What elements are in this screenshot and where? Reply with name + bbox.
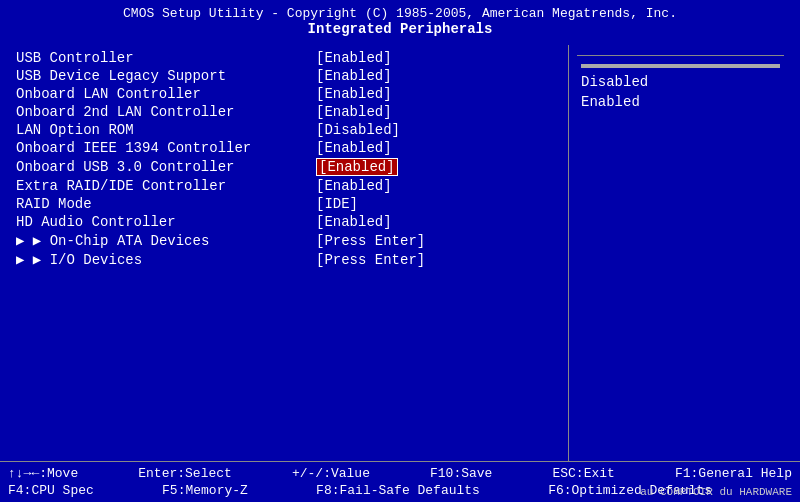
header: CMOS Setup Utility - Copyright (C) 1985-…: [0, 0, 800, 41]
setting-value: [Enabled]: [316, 140, 392, 156]
setting-row[interactable]: USB Controller[Enabled]: [8, 49, 568, 67]
header-subtitle: Integrated Peripherals: [0, 21, 800, 37]
setting-name: ▶ On-Chip ATA Devices: [16, 232, 316, 249]
bottom-key: F8:Fail-Safe Defaults: [316, 483, 480, 498]
setting-value: [Disabled]: [316, 122, 400, 138]
bottom-key: F4:CPU Spec: [8, 483, 94, 498]
setting-value[interactable]: [Enabled]: [316, 158, 398, 176]
bottom-key: +/-/:Value: [292, 466, 370, 481]
bottom-bar: ↑↓→←:MoveEnter:Select+/-/:ValueF10:SaveE…: [0, 461, 800, 502]
setting-value: [Enabled]: [316, 104, 392, 120]
setting-row[interactable]: Onboard LAN Controller[Enabled]: [8, 85, 568, 103]
setting-row[interactable]: ▶ I/O Devices[Press Enter]: [8, 250, 568, 269]
setting-value: [Enabled]: [316, 214, 392, 230]
setting-value: [Press Enter]: [316, 252, 425, 268]
setting-row[interactable]: RAID Mode[IDE]: [8, 195, 568, 213]
help-option-disabled: Disabled: [577, 72, 784, 92]
setting-name: Onboard IEEE 1394 Controller: [16, 140, 316, 156]
setting-name: Onboard LAN Controller: [16, 86, 316, 102]
setting-value: [Enabled]: [316, 50, 392, 66]
setting-name: Onboard 2nd LAN Controller: [16, 104, 316, 120]
setting-value: [Enabled]: [316, 86, 392, 102]
setting-name: HD Audio Controller: [16, 214, 316, 230]
bios-screen: CMOS Setup Utility - Copyright (C) 1985-…: [0, 0, 800, 502]
help-option-enabled: Enabled: [577, 92, 784, 112]
setting-row[interactable]: Onboard 2nd LAN Controller[Enabled]: [8, 103, 568, 121]
setting-name: USB Device Legacy Support: [16, 68, 316, 84]
header-title: CMOS Setup Utility - Copyright (C) 1985-…: [0, 6, 800, 21]
setting-row[interactable]: USB Device Legacy Support[Enabled]: [8, 67, 568, 85]
help-title: [577, 45, 784, 56]
setting-name: ▶ I/O Devices: [16, 251, 316, 268]
setting-row[interactable]: LAN Option ROM[Disabled]: [8, 121, 568, 139]
setting-value: [Press Enter]: [316, 233, 425, 249]
setting-name: USB Controller: [16, 50, 316, 66]
setting-value: [Enabled]: [316, 68, 392, 84]
main-content: USB Controller[Enabled]USB Device Legacy…: [8, 45, 792, 461]
bottom-row-1: ↑↓→←:MoveEnter:Select+/-/:ValueF10:SaveE…: [8, 466, 792, 481]
setting-name: Extra RAID/IDE Controller: [16, 178, 316, 194]
bottom-key: ↑↓→←:Move: [8, 466, 78, 481]
bottom-key: F5:Memory-Z: [162, 483, 248, 498]
setting-name: RAID Mode: [16, 196, 316, 212]
setting-value: [Enabled]: [316, 178, 392, 194]
setting-row[interactable]: Onboard USB 3.0 Controller[Enabled]: [8, 157, 568, 177]
setting-row[interactable]: HD Audio Controller[Enabled]: [8, 213, 568, 231]
bottom-key: Enter:Select: [138, 466, 232, 481]
setting-name: LAN Option ROM: [16, 122, 316, 138]
setting-row[interactable]: Extra RAID/IDE Controller[Enabled]: [8, 177, 568, 195]
bottom-key: F1:General Help: [675, 466, 792, 481]
options-box: [581, 64, 780, 68]
setting-row[interactable]: Onboard IEEE 1394 Controller[Enabled]: [8, 139, 568, 157]
setting-value: [IDE]: [316, 196, 358, 212]
bottom-row-2: F4:CPU SpecF5:Memory-ZF8:Fail-Safe Defau…: [8, 483, 792, 498]
bottom-key: F10:Save: [430, 466, 492, 481]
setting-row[interactable]: ▶ On-Chip ATA Devices[Press Enter]: [8, 231, 568, 250]
help-panel: Disabled Enabled: [568, 45, 792, 461]
settings-panel: USB Controller[Enabled]USB Device Legacy…: [8, 45, 568, 461]
bottom-key: ESC:Exit: [552, 466, 614, 481]
logo-badge: au COMPTOIR du HARDWARE: [640, 486, 792, 498]
setting-name: Onboard USB 3.0 Controller: [16, 159, 316, 175]
